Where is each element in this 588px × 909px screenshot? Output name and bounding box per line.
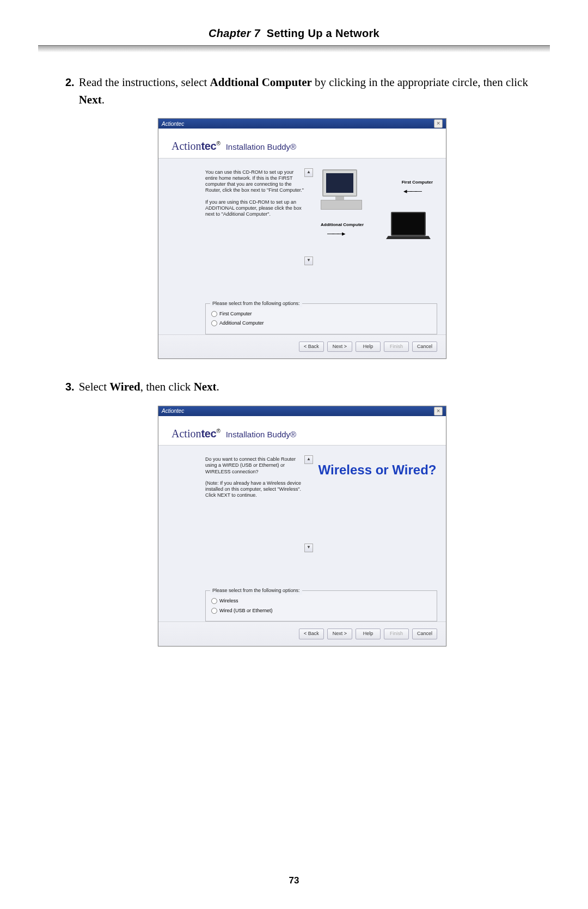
cancel-button[interactable]: Cancel [412, 629, 437, 639]
next-button[interactable]: Next > [327, 341, 352, 352]
arrow-right-icon: ———▸ [327, 228, 344, 239]
step-text: Read the instructions, select Addtional … [79, 74, 539, 108]
step-3: 3. Select Wired, then click Next. Action… [65, 379, 539, 646]
label-first-computer: First Computer [402, 179, 433, 186]
radio-wireless[interactable]: Wireless [211, 597, 431, 605]
radio-input[interactable] [211, 311, 217, 317]
dialog-brand: Actiontec® Installation Buddy® [158, 416, 446, 446]
dialog-button-bar: < Back Next > Help Finish Cancel [158, 334, 446, 359]
cancel-button[interactable]: Cancel [412, 341, 437, 352]
radio-input[interactable] [211, 608, 217, 614]
dialog-instructions: ▲ You can use this CD-ROM to set up your… [205, 169, 312, 289]
dialog-brand: Actiontec® Installation Buddy® [158, 129, 446, 158]
page-number: 73 [38, 875, 550, 886]
dialog-titlebar: Actiontec × [158, 406, 446, 416]
chapter-header: Chapter 7 Setting Up a Network [38, 27, 550, 40]
options-legend: Please select from the following options… [210, 587, 302, 595]
instruction-list: 2. Read the instructions, select Addtion… [44, 74, 550, 646]
dialog-instructions: ▲ Do you want to connect this Cable Rout… [205, 456, 312, 576]
desktop-pc-icon [321, 169, 359, 210]
dialog-button-bar: < Back Next > Help Finish Cancel [158, 621, 446, 646]
dialog-illustration: First Computer ◂——— Additional Computer … [317, 169, 437, 289]
finish-button: Finish [384, 629, 409, 639]
back-button[interactable]: < Back [299, 341, 324, 352]
scroll-up-icon[interactable]: ▲ [304, 168, 313, 177]
help-button[interactable]: Help [356, 629, 381, 639]
dialog-wired-wireless: Actiontec × Actiontec® Installation Budd… [158, 406, 446, 646]
header-rule [38, 45, 550, 52]
wireless-or-wired-heading: Wireless or Wired? [317, 462, 437, 478]
chapter-title: Setting Up a Network [267, 27, 379, 39]
label-additional-computer: Additional Computer [321, 222, 364, 228]
options-group: Please select from the following options… [205, 303, 437, 334]
close-icon[interactable]: × [434, 407, 443, 416]
help-button[interactable]: Help [356, 341, 381, 352]
step-number: 3. [65, 379, 75, 396]
radio-first-computer[interactable]: First Computer [211, 310, 431, 318]
titlebar-text: Actiontec [162, 120, 184, 128]
step-2: 2. Read the instructions, select Addtion… [65, 74, 539, 359]
scroll-up-icon[interactable]: ▲ [304, 455, 313, 464]
next-button[interactable]: Next > [327, 629, 352, 639]
close-icon[interactable]: × [434, 119, 443, 128]
finish-button: Finish [384, 341, 409, 352]
radio-additional-computer[interactable]: Additional Computer [211, 320, 431, 327]
radio-input[interactable] [211, 320, 217, 326]
dialog-additional-computer: Actiontec × Actiontec® Installation Budd… [158, 118, 446, 359]
chapter-number: Chapter 7 [209, 27, 260, 39]
scroll-down-icon[interactable]: ▼ [304, 257, 313, 265]
titlebar-text: Actiontec [162, 407, 184, 415]
back-button[interactable]: < Back [299, 629, 324, 639]
step-text: Select Wired, then click Next. [79, 379, 539, 396]
options-group: Please select from the following options… [205, 590, 437, 621]
arrow-left-icon: ◂——— [403, 186, 420, 197]
options-legend: Please select from the following options… [210, 300, 302, 308]
laptop-icon [387, 212, 430, 242]
radio-input[interactable] [211, 598, 217, 604]
step-number: 2. [65, 74, 75, 108]
radio-wired[interactable]: Wired (USB or Ethernet) [211, 607, 431, 615]
scroll-down-icon[interactable]: ▼ [304, 544, 313, 552]
dialog-titlebar: Actiontec × [158, 119, 446, 129]
